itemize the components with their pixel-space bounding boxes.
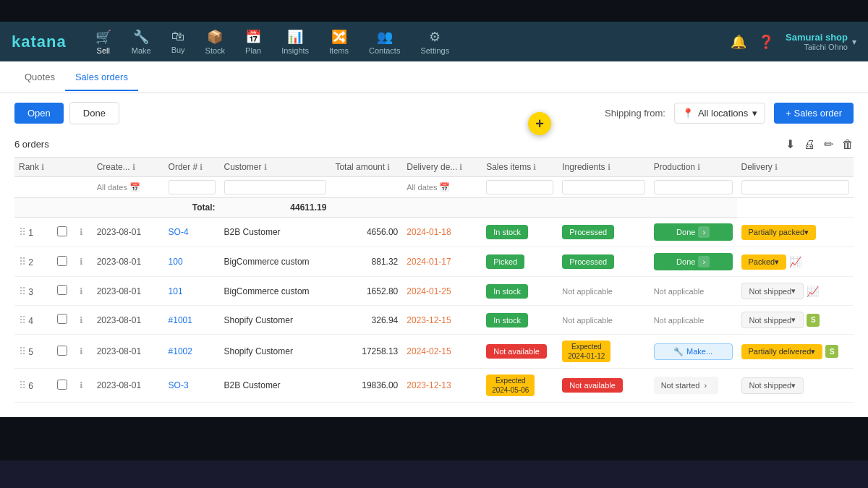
row-info-icon[interactable]: ℹ xyxy=(80,315,83,325)
row-info-icon[interactable]: ℹ xyxy=(80,257,83,267)
order-link[interactable]: 100 xyxy=(169,257,183,267)
nav-item-contacts[interactable]: 👥 Contacts xyxy=(360,25,409,59)
rank-number: 5 xyxy=(28,347,33,357)
row-select-checkbox[interactable] xyxy=(57,380,67,390)
sales-items-badge: In stock xyxy=(486,225,528,239)
open-button[interactable]: Open xyxy=(14,103,64,124)
dropdown-arrow-icon[interactable]: ▾ xyxy=(811,347,815,356)
drag-handle[interactable]: ⠿ xyxy=(19,226,26,238)
table-header-row: Rank ℹ Create... ℹ xyxy=(14,158,854,177)
table-wrapper: 6 orders ⬇ 🖨 ✏ 🗑 Rank ℹ xyxy=(0,133,868,417)
production-expand-button[interactable]: › xyxy=(699,380,711,391)
row-select-checkbox[interactable] xyxy=(57,256,67,266)
cell-order: SO-3 xyxy=(164,369,220,403)
dropdown-arrow-icon[interactable]: ▾ xyxy=(775,257,779,267)
filter-delivery-status-input[interactable] xyxy=(741,180,849,194)
dropdown-arrow-icon[interactable]: ▾ xyxy=(804,228,809,237)
production-badge[interactable]: 🔧Make... xyxy=(654,343,733,360)
logo-text: katana xyxy=(12,33,67,51)
order-link[interactable]: #1002 xyxy=(169,346,192,356)
cell-production: 🔧Make... xyxy=(650,335,737,369)
cell-order: 100 xyxy=(164,247,220,277)
edit-icon[interactable]: ✏ xyxy=(824,137,833,151)
filter-delivery-calendar-icon[interactable]: 📅 xyxy=(439,182,450,192)
order-link[interactable]: SO-3 xyxy=(169,380,189,390)
row-select-checkbox[interactable] xyxy=(57,226,67,236)
cell-customer: B2B Customer xyxy=(220,218,331,247)
tab-sales-orders[interactable]: Sales orders xyxy=(65,64,138,91)
drag-handle[interactable]: ⠿ xyxy=(19,380,26,391)
print-icon[interactable]: 🖨 xyxy=(804,138,815,151)
created-date: 2023-08-01 xyxy=(97,380,141,390)
drag-handle[interactable]: ⠿ xyxy=(19,314,26,326)
filter-order-input[interactable] xyxy=(169,180,216,194)
row-info-icon[interactable]: ℹ xyxy=(80,380,83,390)
download-icon[interactable]: ⬇ xyxy=(786,137,795,151)
order-link[interactable]: 101 xyxy=(169,286,183,296)
row-select-checkbox[interactable] xyxy=(57,285,67,295)
drag-handle[interactable]: ⠿ xyxy=(19,346,26,357)
created-info-icon: ℹ xyxy=(132,163,135,172)
delete-icon[interactable]: 🗑 xyxy=(842,138,854,151)
bell-icon[interactable]: 🔔 xyxy=(731,34,746,50)
row-info-icon[interactable]: ℹ xyxy=(80,346,83,356)
done-button[interactable]: Done xyxy=(69,102,119,124)
dropdown-arrow-icon[interactable]: ▾ xyxy=(791,381,796,390)
ingredients-badge: Processed xyxy=(562,225,614,239)
nav-item-items[interactable]: 🔀 Items xyxy=(320,25,357,59)
created-date: 2023-08-01 xyxy=(97,346,141,356)
buy-icon: 🛍 xyxy=(171,29,184,44)
created-date: 2023-08-01 xyxy=(97,227,141,237)
production-expand-button[interactable]: › xyxy=(698,256,710,267)
production-expand-button[interactable]: › xyxy=(698,226,710,238)
shopify-icon: S xyxy=(807,314,820,327)
nav-right: 🔔 ❓ Samurai shop Taiichi Ohno ▾ xyxy=(731,32,856,51)
cell-amount: 326.94 xyxy=(331,306,402,335)
row-info-icon[interactable]: ℹ xyxy=(80,286,83,296)
user-info[interactable]: Samurai shop Taiichi Ohno ▾ xyxy=(786,32,856,51)
orders-table: Rank ℹ Create... ℹ xyxy=(14,157,854,403)
amount-value: 881.32 xyxy=(372,257,399,267)
customer-name: BigCommerce custom xyxy=(224,257,310,267)
filter-created-calendar-icon[interactable]: 📅 xyxy=(129,182,140,192)
cell-production: Not applicable xyxy=(650,277,737,306)
row-info-icon[interactable]: ℹ xyxy=(80,227,83,237)
nav-item-plan[interactable]: 📅 Plan xyxy=(237,25,270,59)
dropdown-arrow-icon[interactable]: ▾ xyxy=(791,315,796,325)
row-select-checkbox[interactable] xyxy=(57,346,67,356)
order-link[interactable]: SO-4 xyxy=(169,227,189,237)
filter-ingredients-input[interactable] xyxy=(562,180,644,194)
nav-item-buy[interactable]: 🛍 Buy xyxy=(163,25,194,59)
location-dot-icon: 📍 xyxy=(682,108,694,119)
table-row: ⠿ 5ℹ2023-08-01#1002Shopify Customer17258… xyxy=(14,335,854,369)
ingredients-badge: Processed xyxy=(562,254,614,269)
dropdown-arrow-icon[interactable]: ▾ xyxy=(791,286,796,296)
new-sales-order-button[interactable]: + Sales order xyxy=(774,103,854,124)
row-select-checkbox[interactable] xyxy=(57,314,67,324)
production-info-icon: ℹ xyxy=(697,163,700,172)
filter-customer-input[interactable] xyxy=(224,180,327,194)
logo[interactable]: katana xyxy=(12,33,67,51)
order-link[interactable]: #1001 xyxy=(169,315,192,325)
help-icon[interactable]: ❓ xyxy=(758,34,774,50)
nav-item-make[interactable]: 🔧 Make xyxy=(123,25,160,59)
amount-info-icon: ℹ xyxy=(387,163,390,172)
drag-handle[interactable]: ⠿ xyxy=(19,256,26,267)
nav-label-contacts: Contacts xyxy=(369,46,400,55)
th-info xyxy=(75,158,93,177)
drag-handle[interactable]: ⠿ xyxy=(19,286,26,297)
cell-amount: 17258.13 xyxy=(331,335,402,369)
nav-item-sell[interactable]: 🛒 Sell xyxy=(87,25,120,59)
nav-item-insights[interactable]: 📊 Insights xyxy=(273,25,318,59)
sell-icon: 🛒 xyxy=(95,29,111,45)
add-fab-button[interactable]: + xyxy=(528,112,551,135)
delivery-status-badge: Partially delivered ▾ xyxy=(741,344,823,359)
filter-production-input[interactable] xyxy=(654,180,733,194)
nav-item-settings[interactable]: ⚙ Settings xyxy=(412,25,458,59)
nav-label-sell: Sell xyxy=(97,46,110,55)
filter-sales-items-input[interactable] xyxy=(486,180,553,194)
location-selector[interactable]: 📍 All locations ▾ xyxy=(674,103,765,124)
cell-delivery-date: 2024-01-17 xyxy=(402,247,482,277)
tab-quotes[interactable]: Quotes xyxy=(14,64,65,91)
nav-item-stock[interactable]: 📦 Stock xyxy=(197,25,234,59)
